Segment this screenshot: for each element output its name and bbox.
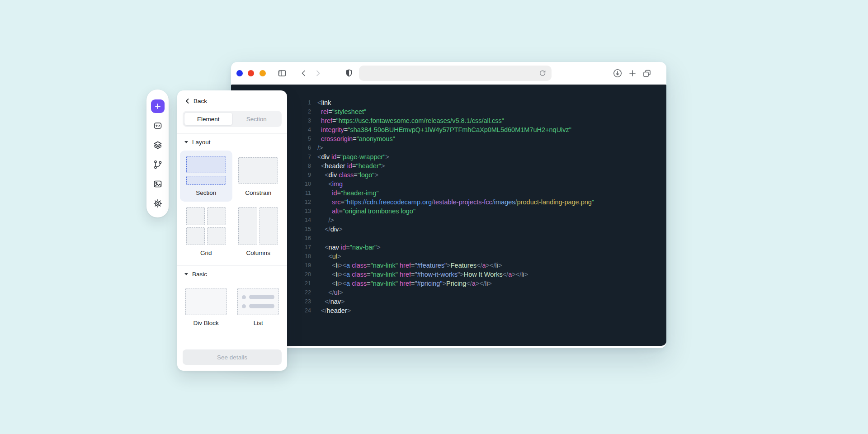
tab-element[interactable]: Element xyxy=(184,112,233,126)
code-line: 23 </nav> xyxy=(231,297,666,306)
card-section[interactable]: Section xyxy=(180,151,232,202)
shield-icon[interactable] xyxy=(344,68,354,78)
traffic-light-zoom[interactable] xyxy=(259,70,266,76)
code-line: 12 src="https://cdn.freecodecamp.org/tes… xyxy=(231,198,666,207)
code-line: 24 </header> xyxy=(231,306,666,315)
code-line: 14 /> xyxy=(231,216,666,225)
code-line: 6/> xyxy=(231,143,666,152)
back-label: Back xyxy=(193,98,207,104)
code-line: 18 <ul> xyxy=(231,252,666,261)
code-line: 1<link xyxy=(231,98,666,107)
code-line: 3 href="https://use.fontawesome.com/rele… xyxy=(231,116,666,125)
code-line: 22 </ul> xyxy=(231,288,666,297)
card-label: Section xyxy=(196,189,216,196)
element-section-tabs: Element Section xyxy=(183,111,282,127)
code-line: 19 <li><a class="nav-link" href="#featur… xyxy=(231,261,666,270)
url-bar[interactable] xyxy=(359,66,552,81)
traffic-light-close[interactable] xyxy=(236,70,243,76)
card-grid[interactable]: Grid xyxy=(180,202,232,262)
code-line: 21 <li><a class="nav-link" href="#pricin… xyxy=(231,279,666,288)
code-lines: 1<link2 rel="stylesheet"3 href="https://… xyxy=(231,98,666,315)
code-window-icon[interactable] xyxy=(151,119,165,132)
section-header-layout[interactable]: Layout xyxy=(177,133,287,151)
code-line: 16 xyxy=(231,234,666,243)
new-tab-icon[interactable] xyxy=(627,68,637,78)
card-label: Div Block xyxy=(193,320,219,326)
constrain-thumbnail xyxy=(238,157,278,184)
section-header-basic[interactable]: Basic xyxy=(177,265,287,283)
download-icon[interactable] xyxy=(613,68,623,78)
side-toolbar xyxy=(146,90,169,217)
tabs-icon[interactable] xyxy=(642,68,652,78)
list-thumbnail xyxy=(237,288,279,315)
card-columns[interactable]: Columns xyxy=(232,202,285,262)
code-line: 5 crossorigin="anonymous" xyxy=(231,134,666,143)
grid-thumbnail xyxy=(186,207,226,245)
insert-panel: Back Element Section Layout Section Cons… xyxy=(177,90,287,371)
code-line: 15 </div> xyxy=(231,225,666,234)
code-editor[interactable]: 1<link2 rel="stylesheet"3 href="https://… xyxy=(231,85,666,346)
image-icon[interactable] xyxy=(151,177,165,191)
tab-section[interactable]: Section xyxy=(233,112,281,126)
code-line: 17 <nav id="nav-bar"> xyxy=(231,243,666,252)
card-constrain[interactable]: Constrain xyxy=(232,151,285,202)
insert-plus-button[interactable] xyxy=(151,99,165,113)
layout-cards: Section Constrain Grid Columns xyxy=(177,151,287,265)
browser-window: 1<link2 rel="stylesheet"3 href="https://… xyxy=(231,62,666,348)
section-title: Layout xyxy=(192,139,211,146)
code-line: 11 id="header-img" xyxy=(231,189,666,198)
section-thumbnail xyxy=(186,156,226,185)
gear-icon[interactable] xyxy=(151,197,165,210)
code-line: 4 integrity="sha384-50oBUHEmvpQ+1lW4y57P… xyxy=(231,125,666,134)
code-line: 9 <div class="logo"> xyxy=(231,170,666,179)
chevron-down-icon xyxy=(184,273,188,275)
reload-icon[interactable] xyxy=(538,68,547,78)
see-details-button[interactable]: See details xyxy=(183,349,282,365)
card-label: Columns xyxy=(246,250,270,256)
card-list[interactable]: List xyxy=(232,283,285,332)
basic-cards: Div Block List xyxy=(177,283,287,335)
card-label: Constrain xyxy=(245,189,271,196)
div-block-thumbnail xyxy=(185,288,227,315)
code-line: 13 alt="original trombones logo" xyxy=(231,207,666,216)
forward-icon[interactable] xyxy=(313,68,323,78)
browser-chrome xyxy=(231,62,666,85)
code-line: 2 rel="stylesheet" xyxy=(231,107,666,116)
card-div-block[interactable]: Div Block xyxy=(180,283,232,332)
card-label: Grid xyxy=(200,250,212,256)
back-icon[interactable] xyxy=(299,68,309,78)
layers-icon[interactable] xyxy=(151,138,165,152)
traffic-light-minimize[interactable] xyxy=(248,70,254,76)
back-button[interactable]: Back xyxy=(177,90,287,110)
code-line: 8 <header id="header"> xyxy=(231,161,666,170)
sidebar-icon[interactable] xyxy=(277,68,287,78)
code-line: 10 <img xyxy=(231,179,666,189)
columns-thumbnail xyxy=(238,207,278,245)
code-line: 7<div id="page-wrapper"> xyxy=(231,152,666,161)
section-title: Basic xyxy=(192,271,207,278)
chevron-down-icon xyxy=(184,141,188,143)
branch-icon[interactable] xyxy=(151,158,165,171)
code-line: 20 <li><a class="nav-link" href="#how-it… xyxy=(231,270,666,279)
chevron-left-icon xyxy=(184,98,190,104)
card-label: List xyxy=(254,320,263,326)
